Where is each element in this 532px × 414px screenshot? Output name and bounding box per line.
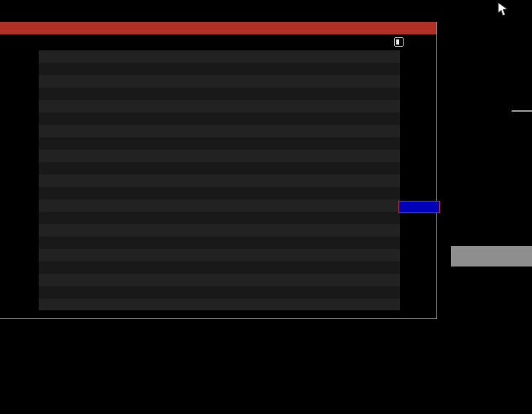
- window-titlebar[interactable]: [0, 22, 436, 34]
- crosshair-price-tag-gray: [512, 110, 532, 112]
- screen: [0, 0, 532, 414]
- crosshair-price-tag-blue: [398, 201, 440, 213]
- mouse-cursor-icon: [498, 3, 509, 18]
- price-range-band: [451, 246, 532, 267]
- intraday-plot[interactable]: [0, 44, 437, 341]
- intraday-popup-window[interactable]: [0, 22, 437, 319]
